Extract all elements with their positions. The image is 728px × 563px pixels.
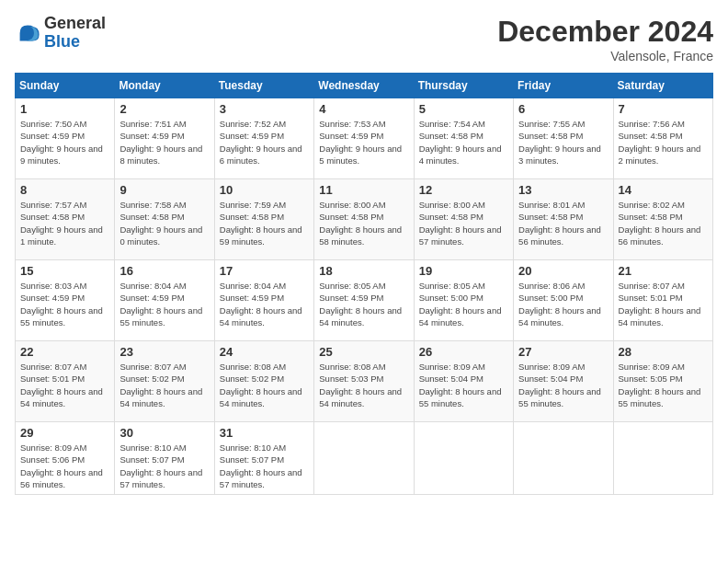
sunset-label: Sunset: 5:07 PM: [119, 454, 184, 465]
calendar-cell: [613, 422, 712, 495]
sunset-label: Sunset: 4:58 PM: [518, 212, 583, 222]
day-info: Sunrise: 7:51 AM Sunset: 4:59 PM Dayligh…: [119, 118, 209, 167]
sunrise-label: Sunrise: 8:04 AM: [220, 281, 286, 291]
sunrise-label: Sunrise: 8:08 AM: [220, 362, 286, 372]
sunrise-label: Sunrise: 8:10 AM: [119, 442, 186, 453]
day-number: 20: [518, 264, 608, 278]
day-number: 12: [419, 183, 508, 197]
sunset-label: Sunset: 5:00 PM: [419, 293, 483, 303]
daylight-label: Daylight: 8 hours and 57 minutes.: [220, 467, 302, 489]
daylight-label: Daylight: 9 hours and 2 minutes.: [619, 144, 701, 166]
calendar-day-header: Friday: [514, 74, 613, 98]
daylight-label: Daylight: 8 hours and 56 minutes.: [20, 467, 103, 489]
day-info: Sunrise: 8:09 AM Sunset: 5:06 PM Dayligh…: [20, 442, 109, 490]
day-number: 26: [419, 345, 508, 359]
day-number: 24: [220, 345, 309, 359]
sunrise-label: Sunrise: 8:03 AM: [20, 281, 86, 291]
logo-general: General: [44, 15, 106, 33]
daylight-label: Daylight: 8 hours and 54 minutes.: [419, 305, 502, 327]
calendar-cell: 25 Sunrise: 8:08 AM Sunset: 5:03 PM Dayl…: [314, 341, 414, 422]
sunrise-label: Sunrise: 7:59 AM: [220, 200, 286, 210]
sunset-label: Sunset: 5:04 PM: [419, 373, 483, 384]
daylight-label: Daylight: 8 hours and 54 minutes.: [220, 305, 302, 327]
sunrise-label: Sunrise: 8:02 AM: [619, 200, 685, 210]
sunset-label: Sunset: 4:59 PM: [319, 131, 383, 141]
sunset-label: Sunset: 5:02 PM: [119, 373, 184, 384]
day-info: Sunrise: 8:04 AM Sunset: 4:59 PM Dayligh…: [220, 280, 309, 328]
day-info: Sunrise: 8:04 AM Sunset: 4:59 PM Dayligh…: [119, 280, 209, 328]
day-number: 9: [119, 183, 209, 197]
day-info: Sunrise: 8:09 AM Sunset: 5:05 PM Dayligh…: [619, 361, 708, 409]
location: Valensole, France: [497, 49, 713, 63]
day-info: Sunrise: 7:57 AM Sunset: 4:58 PM Dayligh…: [20, 199, 109, 247]
calendar-cell: 13 Sunrise: 8:01 AM Sunset: 4:58 PM Dayl…: [514, 179, 613, 260]
daylight-label: Daylight: 8 hours and 54 minutes.: [518, 305, 601, 327]
sunrise-label: Sunrise: 8:07 AM: [619, 281, 685, 291]
day-number: 7: [619, 102, 708, 116]
sunset-label: Sunset: 4:58 PM: [518, 131, 583, 141]
calendar-cell: 3 Sunrise: 7:52 AM Sunset: 4:59 PM Dayli…: [214, 98, 313, 179]
calendar-cell: 10 Sunrise: 7:59 AM Sunset: 4:58 PM Dayl…: [214, 179, 313, 260]
calendar-week-row: 22 Sunrise: 8:07 AM Sunset: 5:01 PM Dayl…: [16, 341, 713, 422]
sunrise-label: Sunrise: 8:00 AM: [419, 200, 485, 210]
day-number: 27: [518, 345, 608, 359]
daylight-label: Daylight: 9 hours and 0 minutes.: [119, 224, 202, 247]
day-number: 2: [119, 102, 209, 116]
sunset-label: Sunset: 5:06 PM: [20, 454, 85, 465]
daylight-label: Daylight: 8 hours and 54 minutes.: [319, 386, 402, 408]
calendar-cell: [314, 422, 414, 495]
sunset-label: Sunset: 4:59 PM: [20, 293, 85, 303]
day-number: 25: [319, 345, 408, 359]
sunset-label: Sunset: 4:58 PM: [419, 131, 483, 141]
day-info: Sunrise: 8:08 AM Sunset: 5:02 PM Dayligh…: [220, 361, 309, 409]
sunset-label: Sunset: 4:58 PM: [119, 212, 184, 222]
day-info: Sunrise: 8:02 AM Sunset: 4:58 PM Dayligh…: [619, 199, 708, 247]
calendar-cell: 1 Sunrise: 7:50 AM Sunset: 4:59 PM Dayli…: [16, 98, 115, 179]
sunrise-label: Sunrise: 8:05 AM: [419, 281, 485, 291]
calendar-cell: 11 Sunrise: 8:00 AM Sunset: 4:58 PM Dayl…: [314, 179, 414, 260]
daylight-label: Daylight: 9 hours and 4 minutes.: [419, 144, 502, 166]
day-number: 29: [20, 426, 109, 440]
sunrise-label: Sunrise: 8:04 AM: [119, 281, 186, 291]
sunset-label: Sunset: 4:58 PM: [220, 212, 284, 222]
daylight-label: Daylight: 8 hours and 58 minutes.: [319, 224, 402, 247]
day-number: 17: [220, 264, 309, 278]
sunrise-label: Sunrise: 8:10 AM: [220, 442, 286, 453]
day-number: 30: [119, 426, 209, 440]
day-number: 5: [419, 102, 508, 116]
calendar-cell: 9 Sunrise: 7:58 AM Sunset: 4:58 PM Dayli…: [115, 179, 214, 260]
day-info: Sunrise: 7:59 AM Sunset: 4:58 PM Dayligh…: [220, 199, 309, 247]
day-info: Sunrise: 7:52 AM Sunset: 4:59 PM Dayligh…: [220, 118, 309, 167]
sunset-label: Sunset: 4:58 PM: [319, 212, 383, 222]
daylight-label: Daylight: 8 hours and 56 minutes.: [518, 224, 601, 247]
day-number: 15: [20, 264, 109, 278]
day-info: Sunrise: 8:05 AM Sunset: 4:59 PM Dayligh…: [319, 280, 408, 328]
day-number: 10: [220, 183, 309, 197]
day-info: Sunrise: 7:58 AM Sunset: 4:58 PM Dayligh…: [119, 199, 209, 247]
daylight-label: Daylight: 9 hours and 9 minutes.: [20, 144, 103, 166]
sunrise-label: Sunrise: 8:01 AM: [518, 200, 585, 210]
daylight-label: Daylight: 9 hours and 1 minute.: [20, 224, 103, 247]
sunset-label: Sunset: 4:58 PM: [619, 212, 683, 222]
sunrise-label: Sunrise: 7:56 AM: [619, 119, 685, 129]
logo-icon: [15, 20, 40, 46]
day-info: Sunrise: 8:10 AM Sunset: 5:07 PM Dayligh…: [119, 442, 209, 490]
logo-text: General Blue: [44, 15, 106, 52]
title-section: December 2024 Valensole, France: [497, 15, 713, 63]
day-number: 4: [319, 102, 408, 116]
sunset-label: Sunset: 5:00 PM: [518, 293, 583, 303]
daylight-label: Daylight: 8 hours and 55 minutes.: [119, 305, 202, 327]
day-number: 22: [20, 345, 109, 359]
calendar-table: SundayMondayTuesdayWednesdayThursdayFrid…: [15, 73, 713, 495]
daylight-label: Daylight: 9 hours and 8 minutes.: [119, 144, 202, 166]
calendar-day-header: Sunday: [16, 74, 115, 98]
sunrise-label: Sunrise: 7:52 AM: [220, 119, 286, 129]
calendar-cell: 31 Sunrise: 8:10 AM Sunset: 5:07 PM Dayl…: [214, 422, 313, 495]
day-info: Sunrise: 7:50 AM Sunset: 4:59 PM Dayligh…: [20, 118, 109, 167]
daylight-label: Daylight: 8 hours and 57 minutes.: [119, 467, 202, 489]
calendar-week-row: 15 Sunrise: 8:03 AM Sunset: 4:59 PM Dayl…: [16, 260, 713, 341]
calendar-cell: 15 Sunrise: 8:03 AM Sunset: 4:59 PM Dayl…: [16, 260, 115, 341]
day-number: 13: [518, 183, 608, 197]
sunrise-label: Sunrise: 8:09 AM: [20, 442, 86, 453]
day-info: Sunrise: 8:08 AM Sunset: 5:03 PM Dayligh…: [319, 361, 408, 409]
